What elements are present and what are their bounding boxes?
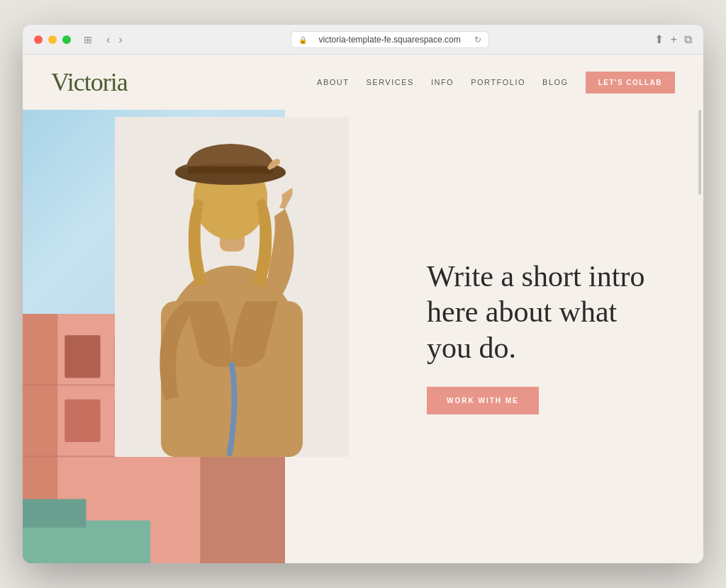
svg-rect-9: [23, 499, 86, 527]
url-text: victoria-template-fe.squarespace.com: [319, 35, 461, 45]
share-icon[interactable]: ⬆: [654, 33, 664, 46]
site-header: Victoria ABOUT SERVICES INFO PORTFOLIO B…: [23, 55, 703, 110]
nav-services[interactable]: SERVICES: [366, 78, 413, 86]
scrollbar-thumb[interactable]: [698, 110, 701, 195]
new-tab-icon[interactable]: +: [671, 33, 677, 46]
titlebar: ⊞ ‹ › 🔒 victoria-template-fe.squarespace…: [23, 25, 703, 55]
scrollbar[interactable]: [696, 110, 702, 563]
lets-collab-button[interactable]: LET'S COLLAB: [586, 72, 675, 94]
nav-portfolio[interactable]: PORTFOLIO: [471, 78, 525, 86]
maximize-button[interactable]: [62, 35, 71, 44]
site-nav: ABOUT SERVICES INFO PORTFOLIO BLOG LET'S…: [317, 72, 675, 94]
hero-headline: Write a short intro here about what you …: [427, 259, 668, 366]
nav-about[interactable]: ABOUT: [317, 78, 349, 86]
windows-icon[interactable]: ⧉: [684, 33, 692, 46]
svg-rect-3: [65, 335, 100, 378]
reload-icon[interactable]: ↻: [474, 35, 481, 45]
mac-window: ⊞ ‹ › 🔒 victoria-template-fe.squarespace…: [23, 25, 703, 563]
hero-photo: [115, 117, 349, 457]
sidebar-toggle-icon[interactable]: ⊞: [84, 34, 92, 45]
nav-info[interactable]: INFO: [431, 78, 454, 86]
nav-buttons: ‹ ›: [104, 32, 125, 47]
address-bar[interactable]: 🔒 victoria-template-fe.squarespace.com ↻: [131, 31, 649, 48]
close-button[interactable]: [34, 35, 43, 44]
lock-icon: 🔒: [298, 35, 307, 43]
work-with-me-button[interactable]: WORK WITH ME: [427, 387, 539, 414]
hero-text-block: Write a short intro here about what you …: [427, 259, 668, 414]
site-logo[interactable]: Victoria: [51, 67, 128, 97]
nav-blog[interactable]: BLOG: [542, 78, 569, 86]
window-controls: [34, 35, 71, 44]
website-content: Victoria ABOUT SERVICES INFO PORTFOLIO B…: [23, 55, 703, 563]
url-field[interactable]: 🔒 victoria-template-fe.squarespace.com ↻: [291, 31, 489, 48]
person-svg: [115, 117, 349, 457]
forward-button[interactable]: ›: [116, 32, 125, 47]
minimize-button[interactable]: [48, 35, 57, 44]
back-button[interactable]: ‹: [104, 32, 113, 47]
browser-controls-right: ⬆ + ⧉: [654, 33, 692, 46]
hero-section: Write a short intro here about what you …: [23, 110, 703, 563]
svg-rect-6: [65, 400, 100, 442]
